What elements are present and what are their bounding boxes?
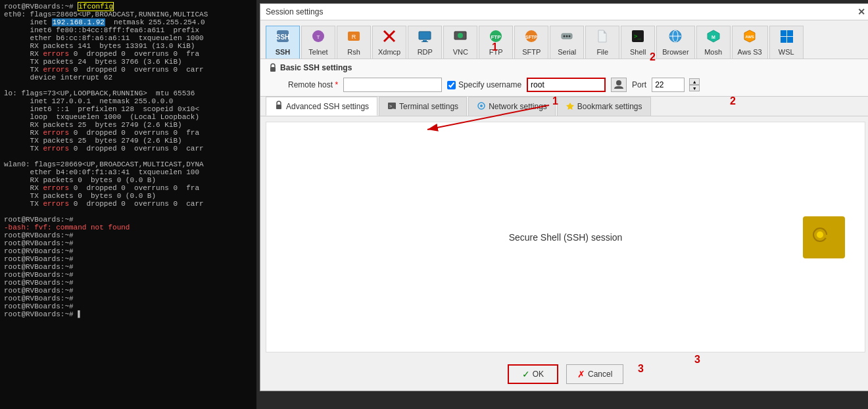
svg-rect-45	[828, 238, 831, 241]
svg-rect-10	[422, 41, 428, 42]
vnc-icon	[453, 29, 468, 47]
svg-text:>_: >_	[634, 33, 641, 39]
awss3-icon: AWS	[742, 29, 757, 47]
tab-telnet[interactable]: T Telnet	[301, 26, 335, 59]
tab-ssh[interactable]: SSH SSH	[266, 26, 300, 59]
tab-wsl[interactable]: WSL	[769, 26, 804, 59]
serial-icon	[560, 29, 574, 47]
svg-text:FTP: FTP	[491, 34, 502, 40]
tab-mosh-label: Mosh	[704, 48, 722, 56]
dialog-overlay: Session settings ✕ SSH SSH T Telnet R	[256, 0, 868, 409]
port-spin-up[interactable]: ▲	[689, 78, 700, 85]
sub-tab-network[interactable]: Network settings	[468, 97, 556, 116]
sub-tab-network-label: Network settings	[489, 102, 547, 111]
terminal-line: root@RVBoards:~#	[4, 271, 253, 279]
tab-shell-label: Shell	[630, 48, 646, 56]
sub-tab-bookmark[interactable]: Bookmark settings	[557, 97, 651, 116]
annotation-3: 3	[694, 354, 700, 366]
tab-file[interactable]: File	[585, 26, 619, 59]
specify-username-checkbox-label[interactable]: Specify username	[447, 80, 521, 89]
tab-mosh[interactable]: M Mosh	[696, 26, 731, 59]
ip-highlight: 192.168.1.92	[52, 18, 105, 26]
tab-awss3[interactable]: AWS Aws S3	[732, 26, 768, 59]
port-input[interactable]	[652, 78, 685, 92]
svg-rect-29	[781, 30, 786, 36]
tab-sftp[interactable]: SFTP SFTP	[514, 26, 548, 59]
tab-vnc[interactable]: VNC	[443, 26, 477, 59]
svg-rect-8	[419, 32, 431, 39]
xdmcp-icon	[382, 29, 397, 47]
tab-file-label: File	[596, 48, 608, 56]
port-spinner[interactable]: ▲ ▼	[689, 78, 700, 91]
sub-tab-advanced[interactable]: Advanced SSH settings	[266, 97, 377, 116]
basic-settings-header[interactable]: Basic SSH settings	[268, 63, 863, 72]
terminal-line: root@RVBoards:~#	[4, 247, 253, 255]
terminal-line: ether b4:e0:0f:f1:a3:41 txqueuelen 100	[4, 168, 253, 176]
key-icon	[803, 216, 845, 258]
svg-rect-33	[270, 67, 276, 72]
terminal-line: RX errors 0 dropped 0 overruns 0 fra	[4, 50, 253, 58]
rsh-icon: R	[347, 29, 361, 47]
tab-serial[interactable]: Serial	[550, 26, 584, 59]
ok-label: OK	[533, 370, 544, 379]
terminal-line: TX packets 0 bytes 0 (0.0 B)	[4, 192, 253, 200]
terminal-line: root@RVBoards:~#	[4, 279, 253, 287]
terminal-line: root@RVBoards:~#	[4, 216, 253, 224]
required-star: *	[333, 80, 338, 89]
sub-tab-advanced-label: Advanced SSH settings	[286, 102, 369, 111]
browser-icon	[668, 29, 683, 47]
terminal-line: root@RVBoards:~#	[4, 302, 253, 310]
svg-rect-9	[423, 40, 427, 41]
terminal-line: root@RVBoards:~#	[4, 231, 253, 239]
remote-host-input[interactable]	[343, 78, 442, 92]
tab-wsl-label: WSL	[779, 48, 794, 56]
terminal-line: root@RVBoards:~# ifconfig	[4, 3, 253, 11]
close-button[interactable]: ✕	[857, 7, 865, 17]
specify-username-checkbox[interactable]	[447, 81, 456, 89]
basic-settings-section: Basic SSH settings 1 Remote host * Speci…	[260, 59, 868, 97]
mosh-icon: M	[706, 29, 721, 47]
terminal-line: TX errors 0 dropped 0 overruns 0 carr	[4, 145, 253, 153]
ok-button[interactable]: ✓ OK	[508, 364, 558, 384]
svg-text:AWS: AWS	[745, 35, 754, 39]
terminal-line: RX packets 141 bytes 13391 (13.0 KiB)	[4, 42, 253, 50]
terminal-line: root@RVBoards:~#	[4, 255, 253, 263]
port-spin-down[interactable]: ▼	[689, 85, 700, 91]
username-input[interactable]	[527, 78, 606, 92]
terminal-line: RX errors 0 dropped 0 overruns 0 fra	[4, 184, 253, 192]
network-settings-icon	[477, 101, 486, 112]
terminal-line	[4, 208, 253, 216]
terminal-line: TX errors 0 dropped 0 overruns 0 carr	[4, 66, 253, 74]
svg-text:SFTP: SFTP	[525, 35, 537, 39]
terminal-line: RX packets 25 bytes 2749 (2.6 KiB)	[4, 121, 253, 129]
cancel-button[interactable]: ✗ Cancel	[566, 364, 623, 384]
terminal-line: lo: flags=73<UP,LOOPBACK,RUNNING> mtu 65…	[4, 89, 253, 97]
tab-xdmcp[interactable]: Xdmcp	[372, 26, 406, 59]
shell-icon: >_	[631, 29, 645, 47]
svg-rect-35	[276, 105, 281, 109]
user-select-button[interactable]	[611, 78, 627, 92]
svg-rect-43	[825, 235, 838, 238]
terminal-line: inet 127.0.0.1 netmask 255.0.0.0	[4, 97, 253, 105]
tab-browser[interactable]: Browser	[656, 26, 694, 59]
protocol-tabs: SSH SSH T Telnet R Rsh Xdmcp	[260, 20, 868, 59]
tab-rdp-label: RDP	[418, 48, 433, 56]
tab-vnc-label: VNC	[453, 48, 468, 56]
terminal-line	[4, 82, 253, 89]
tab-browser-label: Browser	[662, 48, 688, 56]
tab-rsh[interactable]: R Rsh	[337, 26, 371, 59]
svg-point-39	[480, 105, 483, 107]
svg-point-19	[566, 36, 568, 37]
sub-tab-terminal[interactable]: >_ Terminal settings	[379, 97, 467, 116]
terminal-line: RX errors 0 dropped 0 overruns 0 fra	[4, 129, 253, 137]
svg-point-20	[569, 36, 571, 37]
svg-text:SSH: SSH	[276, 34, 290, 41]
section-lock-icon	[268, 63, 277, 72]
svg-text:T: T	[317, 34, 320, 40]
svg-text:R: R	[352, 34, 356, 40]
cancel-label: Cancel	[588, 370, 612, 379]
terminal-line: ether b6:cc:8f:a6:a6:11 txqueuelen 1000	[4, 34, 253, 42]
svg-point-34	[616, 80, 621, 85]
tab-serial-label: Serial	[558, 48, 576, 56]
tab-rdp[interactable]: RDP	[408, 26, 442, 59]
